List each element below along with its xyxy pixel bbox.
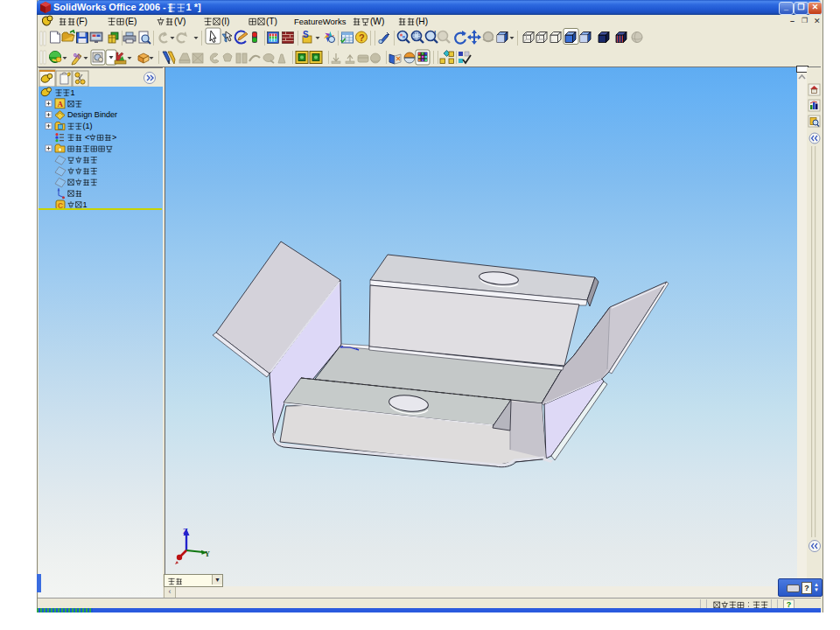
svg-text:(F): (F) xyxy=(76,17,88,26)
svg-text:Y: Y xyxy=(205,550,210,558)
svg-text:1 *]: 1 *] xyxy=(186,2,201,12)
svg-text:1: 1 xyxy=(83,200,88,209)
svg-text:%: % xyxy=(74,52,80,60)
svg-text:?: ? xyxy=(359,32,365,43)
svg-text:S: S xyxy=(303,30,309,39)
svg-text:SolidWorks Office 2006 - [: SolidWorks Office 2006 - [ xyxy=(53,2,172,12)
svg-text:<: < xyxy=(83,133,90,142)
svg-text:Design Binder: Design Binder xyxy=(67,110,117,119)
svg-text:(E): (E) xyxy=(125,17,137,26)
svg-text:(I): (I) xyxy=(221,17,230,26)
svg-text:Z: Z xyxy=(183,527,188,536)
svg-text:>: > xyxy=(112,133,116,142)
svg-text:A: A xyxy=(58,100,64,108)
svg-text:(V): (V) xyxy=(174,17,186,26)
svg-text:(T): (T) xyxy=(266,17,277,26)
svg-text:(W): (W) xyxy=(370,17,384,26)
svg-text:!: ! xyxy=(434,30,436,36)
svg-text:FeatureWorks: FeatureWorks xyxy=(294,17,346,26)
svg-text:(1): (1) xyxy=(83,122,93,130)
svg-text:1: 1 xyxy=(71,88,75,97)
svg-text:(H): (H) xyxy=(416,17,428,26)
